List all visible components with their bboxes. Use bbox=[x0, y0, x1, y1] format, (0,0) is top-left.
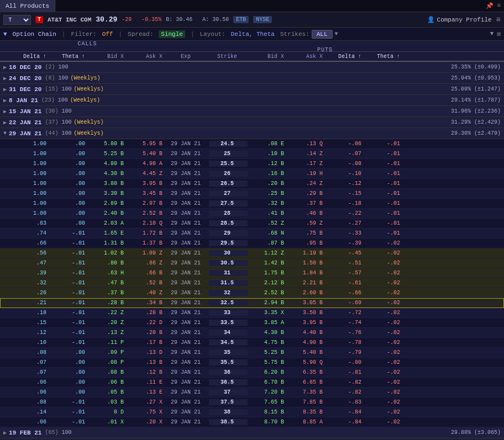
expiry-count: (15) bbox=[45, 86, 58, 92]
expiry-iv: 25.94% (±0.953) bbox=[451, 75, 501, 81]
expiry-type: (Weeklys) bbox=[74, 130, 103, 136]
oc-right-icons: ▼ ⊞ bbox=[490, 30, 501, 38]
expiry-iv: 25.35% (±0.499) bbox=[451, 64, 501, 70]
option-chain-label[interactable]: Option Chain bbox=[13, 31, 56, 38]
option-row[interactable]: .66-.011.31 B1.37 B29 JAN 2129.5.87 B.95… bbox=[0, 238, 504, 248]
option-row[interactable]: .06-.01.01 X.20 X29 JAN 2138.58.70 B8.85… bbox=[0, 417, 504, 427]
expiry-row-29jan21[interactable]: ▼ 29 JAN 21 (44) 100 (Weeklys) 29.30% (±… bbox=[0, 128, 504, 139]
expiry-qty: 100 bbox=[61, 430, 71, 436]
expiry-row-18dec20[interactable]: ▶ 18 DEC 20 (2) 100 25.35% (±0.499) bbox=[0, 62, 504, 73]
option-row[interactable]: 1.00.003.80 B3.95 B29 JAN 2126.5.20 B.24… bbox=[0, 179, 504, 189]
col-call-ask[interactable]: Ask X bbox=[126, 54, 165, 60]
option-row[interactable]: .08.00.09 P.13 D29 JAN 21355.25 B5.40 B-… bbox=[0, 348, 504, 358]
menu-icon[interactable]: ≡ bbox=[497, 2, 501, 9]
expiry-label: 18 DEC 20 bbox=[9, 64, 41, 71]
price-change: -29 -0.35% bbox=[122, 17, 161, 23]
option-row[interactable]: .06.00.05 B.13 E29 JAN 21377.20 B7.35 B-… bbox=[0, 388, 504, 397]
option-row[interactable]: .47-.01.80 B.86 Z29 JAN 2130.51.42 B1.50… bbox=[0, 258, 504, 268]
col-call-bid[interactable]: Bid X bbox=[87, 54, 126, 60]
option-row[interactable]: .21-.01.28 B.34 B29 JAN 2132.52.94 B3.05… bbox=[0, 298, 504, 308]
chevron-down-icon: ▼ bbox=[3, 31, 7, 38]
tab-bar: All Products 📌 ≡ bbox=[0, 0, 504, 12]
option-row[interactable]: .74-.011.65 E1.72 B29 JAN 2129.68 N.75 B… bbox=[0, 229, 504, 238]
expiry-count: (44) bbox=[45, 130, 58, 136]
expiry-qty: 100 bbox=[61, 86, 71, 92]
option-row[interactable]: 1.00.005.25 B5.40 B29 JAN 2125.10 B.14 Z… bbox=[0, 149, 504, 159]
ticker-select[interactable]: T bbox=[3, 15, 31, 25]
col-exp[interactable]: Exp bbox=[165, 54, 209, 60]
option-row[interactable]: .83.002.03 A2.10 Q29 JAN 2128.5.52 Z.59 … bbox=[0, 219, 504, 229]
expiry-count: (8) bbox=[45, 75, 55, 81]
option-row[interactable]: .10-.01.11 P.17 B29 JAN 2134.54.75 B4.90… bbox=[0, 338, 504, 348]
expiry-label: 15 JAN 21 bbox=[9, 108, 41, 115]
option-row[interactable]: .12-.01.13 Z.20 B29 JAN 21344.30 B4.40 B… bbox=[0, 328, 504, 338]
expiry-label: 22 JAN 21 bbox=[9, 119, 41, 126]
option-row[interactable]: .14-.010 D.75 X29 JAN 21388.15 B8.35 B-.… bbox=[0, 407, 504, 417]
expiry-row-19feb21[interactable]: ▶ 19 FEB 21 (65) 100 29.80% (±3.065) bbox=[0, 427, 504, 438]
option-row[interactable]: 1.00.004.30 B4.45 Z29 JAN 2126.16 B.19 H… bbox=[0, 169, 504, 179]
option-row[interactable]: .56-.011.02 B1.09 Z29 JAN 21301.12 Z1.19… bbox=[0, 248, 504, 258]
layout-icon[interactable]: ⊞ bbox=[497, 30, 501, 38]
option-row[interactable]: .39-.01.63 H.66 B29 JAN 21311.75 B1.84 B… bbox=[0, 268, 504, 278]
strikes-section: Strikes: ALL ▼ bbox=[280, 30, 338, 39]
expiry-iv: 29.14% (±1.787) bbox=[451, 97, 501, 103]
expiry-iv: 25.09% (±1.247) bbox=[451, 86, 501, 92]
expiry-type: (Weeklys) bbox=[70, 97, 100, 103]
option-row[interactable]: 1.00.002.89 B2.97 B29 JAN 2127.5.32 B.37… bbox=[0, 199, 504, 209]
option-row[interactable]: 1.00.004.80 B4.90 A29 JAN 2125.5.12 B.17… bbox=[0, 159, 504, 169]
column-subheaders: Delta ↑ Theta ↑ Bid X Ask X Exp Strike B… bbox=[0, 52, 504, 62]
expiry-qty: 100 bbox=[58, 64, 68, 70]
strikes-value[interactable]: ALL bbox=[312, 30, 333, 39]
expiry-row-15jan21[interactable]: ▶ 15 JAN 21 (30) 100 31.96% (±2.236) bbox=[0, 106, 504, 117]
option-row[interactable]: .26-.01.37 B.40 Z29 JAN 21322.52 B2.60 B… bbox=[0, 288, 504, 298]
section-headers: CALLS PUTS bbox=[0, 41, 504, 52]
expiry-label: 8 JAN 21 bbox=[9, 97, 38, 104]
spread-value[interactable]: Single bbox=[159, 30, 185, 38]
expiry-row-22jan21[interactable]: ▶ 22 JAN 21 (37) 100 (Weeklys) 31.29% (±… bbox=[0, 117, 504, 128]
price-main: 30.29 bbox=[96, 15, 117, 24]
layout-label: Layout: bbox=[200, 31, 225, 38]
expiry-count: (23) bbox=[41, 97, 55, 103]
strikes-dropdown-icon[interactable]: ▼ bbox=[335, 31, 338, 37]
col-put-delta[interactable]: Delta ↑ bbox=[325, 54, 364, 60]
company-name: AT&T INC COM bbox=[48, 17, 91, 23]
company-profile-button[interactable]: 👤 Company Profile bbox=[427, 16, 492, 23]
col-call-theta[interactable]: Theta ↑ bbox=[49, 54, 87, 60]
ticker-badge: T bbox=[35, 16, 43, 23]
col-put-bid[interactable]: Bid X bbox=[248, 54, 286, 60]
layout-value[interactable]: Delta, Theta bbox=[231, 31, 275, 38]
expiry-chevron: ▶ bbox=[3, 108, 7, 115]
expiry-qty: 100 bbox=[61, 108, 71, 114]
option-row[interactable]: .18-.01.22 Z.28 B29 JAN 21333.35 X3.50 B… bbox=[0, 308, 504, 318]
expiry-row-31dec20[interactable]: ▶ 31 DEC 20 (15) 100 (Weeklys) 25.09% (±… bbox=[0, 84, 504, 95]
col-call-delta[interactable]: Delta ↑ bbox=[10, 54, 49, 60]
col-strike[interactable]: Strike bbox=[209, 54, 248, 60]
expiry-row-24dec20[interactable]: ▶ 24 DEC 20 (8) 100 (Weeklys) 25.94% (±0… bbox=[0, 73, 504, 84]
option-row[interactable]: 1.00.005.80 B5.95 B29 JAN 2124.5.08 E.13… bbox=[0, 139, 504, 149]
option-row[interactable]: 1.00.003.30 B3.45 B29 JAN 2127.25 B.29 B… bbox=[0, 189, 504, 199]
col-put-theta[interactable]: Theta ↑ bbox=[364, 54, 402, 60]
option-row[interactable]: .07.00.08 B.12 B29 JAN 21366.20 B6.35 B-… bbox=[0, 368, 504, 378]
expiry-type: (Weeklys) bbox=[74, 86, 103, 92]
option-row[interactable]: .06.00.06 B.11 E29 JAN 2136.56.70 B6.85 … bbox=[0, 378, 504, 388]
header-menu-icon[interactable]: ≡ bbox=[496, 15, 501, 24]
option-row[interactable]: .08-.01.03 B.27 X29 JAN 2137.57.65 B7.85… bbox=[0, 397, 504, 407]
expiry-chevron: ▶ bbox=[3, 86, 7, 93]
col-put-ask[interactable]: Ask X bbox=[286, 54, 325, 60]
pin-icon[interactable]: 📌 bbox=[486, 2, 494, 9]
expiry-iv: 29.80% (±3.065) bbox=[451, 430, 501, 436]
expiry-iv: 31.96% (±2.236) bbox=[451, 108, 501, 114]
filter-icon[interactable]: ▼ bbox=[490, 30, 494, 38]
option-row[interactable]: .07.00.08 P.13 B29 JAN 2135.55.75 B5.90 … bbox=[0, 358, 504, 368]
expiry-count: (65) bbox=[45, 430, 58, 436]
filter-value[interactable]: Off bbox=[102, 31, 113, 38]
option-row[interactable]: 1.00.002.40 B2.52 B29 JAN 2128.41 B.46 B… bbox=[0, 209, 504, 219]
header-bar: T T AT&T INC COM 30.29 -29 -0.35% B: 30.… bbox=[0, 12, 504, 28]
option-row[interactable]: .15-.01.20 Z.22 D29 JAN 2133.53.85 A3.95… bbox=[0, 318, 504, 328]
tab-all-products[interactable]: All Products bbox=[0, 0, 55, 12]
expiry-row-8jan21[interactable]: ▶ 8 JAN 21 (23) 100 (Weeklys) 29.14% (±1… bbox=[0, 95, 504, 106]
expiry-label: 29 JAN 21 bbox=[9, 130, 41, 137]
expiry-count: (30) bbox=[45, 108, 58, 114]
expiry-chevron: ▶ bbox=[3, 119, 7, 126]
option-row[interactable]: .32-.01.47 B.52 B29 JAN 2131.52.12 B2.21… bbox=[0, 278, 504, 288]
